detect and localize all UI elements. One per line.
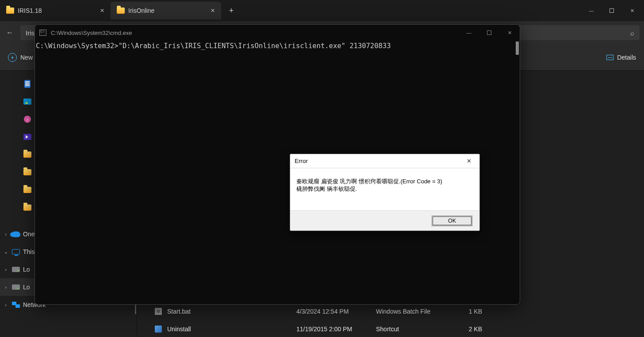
chevron-right-icon: ›: [3, 302, 9, 307]
cmd-line: C:\Windows\System32>"D:\Arabic_Iris\IRIS…: [36, 42, 391, 50]
folder-icon: [23, 151, 31, 158]
file-name: Uninstall: [167, 326, 191, 333]
sidebar-label: This: [23, 248, 34, 255]
cmd-icon: [39, 30, 46, 36]
cmd-title: C:\Windows\System32\cmd.exe: [51, 30, 132, 36]
folder-icon: [23, 204, 31, 211]
back-button[interactable]: ←: [6, 29, 13, 37]
error-footer: OK: [290, 210, 479, 231]
cmd-window-controls: — ✕: [459, 25, 520, 41]
tab-label: IrisOnline: [128, 7, 154, 14]
error-dialog: Error ✕ 秦欧规瘤 扁瓷俊 巩力啊 惯积窍看嚼聪促.(Error Code…: [290, 154, 480, 231]
file-size: 1 KB: [464, 308, 491, 315]
cmd-scrollbar[interactable]: [516, 42, 519, 55]
music-icon: ♪: [24, 116, 31, 123]
ok-button[interactable]: OK: [432, 216, 472, 226]
drive-icon: [12, 284, 20, 290]
error-titlebar[interactable]: Error ✕: [290, 154, 479, 168]
details-icon: [606, 55, 613, 60]
tab-irisonline[interactable]: IrisOnline ✕: [111, 2, 221, 19]
plus-icon: +: [8, 53, 17, 62]
tab-strip: IRIS1.18 ✕ IrisOnline ✕ +: [0, 0, 239, 21]
file-row-start-bat[interactable]: ⚙ Start.bat 4/3/2024 12:54 PM Windows Ba…: [137, 303, 644, 320]
chevron-right-icon: ›: [3, 284, 9, 290]
folder-icon: [23, 187, 31, 193]
new-button[interactable]: + New: [8, 53, 33, 62]
batch-file-icon: ⚙: [155, 308, 162, 315]
cmd-minimize-button[interactable]: —: [459, 25, 479, 41]
picture-icon: [23, 98, 31, 105]
file-row-uninstall[interactable]: Uninstall 11/19/2015 2:00 PM Shortcut 2 …: [137, 320, 644, 337]
error-line1: 秦欧规瘤 扁瓷俊 巩力啊 惯积窍看嚼聪促.(Error Code = 3): [296, 178, 473, 186]
drive-icon: [12, 267, 20, 272]
monitor-icon: [12, 249, 20, 254]
close-icon[interactable]: ✕: [211, 8, 215, 14]
chevron-down-icon: ⌄: [3, 249, 9, 255]
cmd-titlebar[interactable]: C:\Windows\System32\cmd.exe — ✕: [35, 25, 520, 41]
tab-label: IRIS1.18: [18, 7, 42, 14]
cmd-close-button[interactable]: ✕: [499, 25, 520, 41]
document-icon: [24, 80, 31, 88]
error-title: Error: [295, 158, 308, 164]
details-label: Details: [617, 54, 636, 61]
window-controls: — ✕: [581, 4, 642, 18]
file-date: 4/3/2024 12:54 PM: [296, 308, 376, 315]
sidebar-label: One: [23, 231, 34, 238]
explorer-titlebar: IRIS1.18 ✕ IrisOnline ✕ + — ✕: [0, 0, 644, 21]
onedrive-icon: [12, 231, 20, 237]
folder-icon: [23, 169, 31, 175]
tab-iris118[interactable]: IRIS1.18 ✕: [0, 2, 111, 19]
file-name: Start.bat: [167, 308, 191, 315]
file-type: Shortcut: [376, 326, 464, 333]
video-icon: [23, 134, 31, 140]
folder-icon: [6, 8, 14, 14]
file-date: 11/19/2015 2:00 PM: [296, 326, 376, 333]
close-button[interactable]: ✕: [622, 4, 642, 18]
sidebar-label: Lo: [23, 284, 30, 291]
maximize-button[interactable]: [602, 4, 622, 18]
network-icon: [12, 302, 20, 308]
folder-icon: [117, 8, 125, 14]
file-type: Windows Batch File: [376, 308, 464, 315]
close-icon[interactable]: ✕: [100, 8, 104, 14]
minimize-button[interactable]: —: [581, 4, 602, 18]
error-close-button[interactable]: ✕: [460, 155, 478, 167]
new-label: New: [20, 54, 33, 61]
cmd-maximize-button[interactable]: [479, 25, 499, 41]
file-size: 2 KB: [464, 326, 491, 333]
new-tab-button[interactable]: +: [224, 3, 239, 18]
error-line2: 橇肺弊伐阑 辆丰钦聪促.: [296, 186, 473, 193]
sidebar-label: Lo: [23, 266, 30, 273]
chevron-right-icon: ›: [3, 231, 9, 237]
chevron-right-icon: ›: [3, 267, 9, 272]
details-view-button[interactable]: Details: [606, 54, 636, 61]
shortcut-icon: [155, 326, 162, 333]
search-icon[interactable]: ⌕: [630, 29, 634, 37]
error-body: 秦欧规瘤 扁瓷俊 巩力啊 惯积窍看嚼聪促.(Error Code = 3) 橇肺…: [290, 168, 479, 210]
